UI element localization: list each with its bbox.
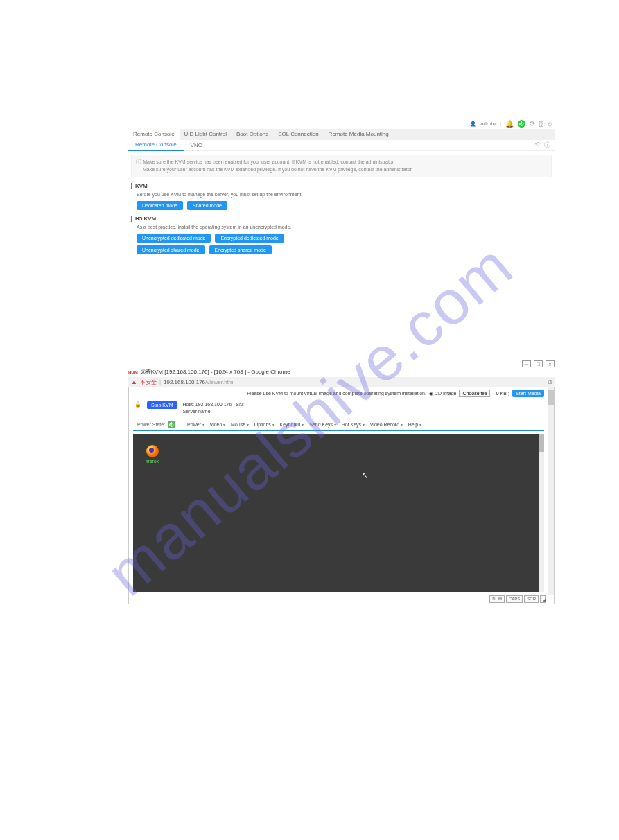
status-scr: SCR bbox=[524, 595, 539, 603]
window-maximize-button[interactable]: ☐ bbox=[534, 360, 543, 367]
status-resize-icon[interactable]: ◢ bbox=[540, 595, 546, 603]
info-icon bbox=[136, 159, 143, 164]
menu-mouse[interactable]: Mouse bbox=[229, 421, 251, 428]
menu-video-record[interactable]: Video Record bbox=[368, 421, 405, 428]
firefox-desktop-icon[interactable]: firefox bbox=[146, 445, 159, 464]
menu-send-keys[interactable]: Send Keys bbox=[307, 421, 338, 428]
window-close-button[interactable]: ✕ bbox=[546, 360, 555, 367]
separator: | bbox=[500, 121, 501, 127]
menu-keyboard[interactable]: Keyboard bbox=[278, 421, 306, 428]
bmc-remote-console-panel: admin | 🔔 ⏻ ⟳ ⍰ ⎋ Remote Console UID Lig… bbox=[128, 118, 555, 257]
info-banner: Make sure the KVM service has been enabl… bbox=[131, 155, 552, 177]
not-secure-label: 不安全 bbox=[140, 378, 157, 386]
notice-bar: Please use KVM to mount virtual image an… bbox=[129, 387, 548, 399]
power-status-icon[interactable]: ⏻ bbox=[518, 120, 525, 128]
host-info: Host: 192.168.100.176 SN: Server name: bbox=[183, 401, 244, 415]
warning-icon: ▲ bbox=[131, 378, 137, 385]
power-state-label: Power State: bbox=[137, 422, 165, 427]
user-label: admin bbox=[480, 121, 496, 127]
lock-icon bbox=[134, 401, 141, 408]
choose-file-button[interactable]: Choose file bbox=[459, 390, 490, 397]
copy-url-icon[interactable]: ⧉ bbox=[548, 378, 552, 386]
help-subtab-icon[interactable]: ⓘ bbox=[544, 141, 550, 150]
unencrypted-shared-mode-button[interactable]: Unencrypted shared mode bbox=[137, 245, 205, 254]
kvm-section-text: Before you use KVM to manage the server,… bbox=[137, 192, 552, 197]
kvm-display-area: firefox ↖ bbox=[133, 434, 544, 592]
window-controls: — ☐ ✕ bbox=[128, 360, 555, 367]
desktop-scrollbar[interactable] bbox=[539, 434, 544, 592]
addr-separator: | bbox=[159, 379, 161, 385]
outer-scroll-thumb[interactable] bbox=[548, 390, 554, 405]
h5kvm-section-title: H5 KVM bbox=[131, 216, 552, 222]
subtab-remote-console[interactable]: Remote Console bbox=[128, 139, 184, 151]
tab-sol-connection[interactable]: SOL Connection bbox=[273, 129, 323, 140]
tab-uid-light-control[interactable]: UID Light Control bbox=[180, 129, 232, 140]
tab-boot-options[interactable]: Boot Options bbox=[232, 129, 273, 140]
shared-mode-button[interactable]: Shared mode bbox=[187, 201, 227, 210]
main-tabs: Remote Console UID Light Control Boot Op… bbox=[128, 129, 555, 140]
menu-options[interactable]: Options bbox=[252, 421, 277, 428]
dedicated-mode-button[interactable]: Dedicated mode bbox=[137, 201, 183, 210]
sub-tabs: Remote Console VNC ⟲ ⓘ bbox=[128, 140, 555, 151]
hdm-badge: HDM bbox=[128, 370, 138, 374]
file-size-label: ( 0 KB ) bbox=[493, 391, 509, 396]
h5kvm-section-text: As a best practice, install the operatin… bbox=[137, 225, 552, 229]
refresh-subtab-icon[interactable]: ⟲ bbox=[534, 141, 540, 150]
banner-line-1: Make sure the KVM service has been enabl… bbox=[143, 159, 394, 164]
notice-text: Please use KVM to mount virtual image an… bbox=[133, 391, 426, 396]
menu-bar: Power State: ⏻ Power Video Mouse Options… bbox=[133, 419, 544, 431]
tab-remote-media-mounting[interactable]: Remote Media Mounting bbox=[324, 129, 394, 140]
host-row: Stop KVM Host: 192.168.100.176 SN: Serve… bbox=[129, 399, 548, 417]
unencrypted-dedicated-mode-button[interactable]: Unencrypted dedicated mode bbox=[137, 234, 211, 243]
cd-image-radio[interactable]: CD Image bbox=[429, 391, 456, 396]
tab-remote-console[interactable]: Remote Console bbox=[128, 129, 180, 140]
banner-line-2: Make sure your user account has the KVM … bbox=[143, 167, 413, 172]
encrypted-dedicated-mode-button[interactable]: Encrypted dedicated mode bbox=[215, 234, 284, 243]
outer-scrollbar[interactable] bbox=[548, 387, 554, 595]
url-text[interactable]: 192.168.100.176/viewer.html bbox=[164, 379, 234, 385]
h5kvm-section: H5 KVM As a best practice, install the o… bbox=[131, 216, 552, 254]
chrome-window-title: HDM 远程KVM [192.168.100.176] - [1024 x 76… bbox=[128, 368, 555, 376]
desktop-scroll-thumb[interactable] bbox=[539, 434, 544, 452]
menu-video[interactable]: Video bbox=[208, 421, 227, 428]
subtab-vnc[interactable]: VNC bbox=[184, 140, 209, 150]
top-bar: admin | 🔔 ⏻ ⟳ ⍰ ⎋ bbox=[128, 118, 555, 129]
help-icon[interactable]: ⍰ bbox=[539, 120, 543, 128]
logout-icon[interactable]: ⎋ bbox=[548, 120, 552, 128]
status-num: NUM bbox=[489, 595, 505, 603]
kvm-section: KVM Before you use KVM to manage the ser… bbox=[131, 183, 552, 210]
cursor-icon: ↖ bbox=[362, 471, 367, 479]
kvm-section-title: KVM bbox=[131, 183, 552, 189]
start-media-button[interactable]: Start Media bbox=[512, 390, 544, 397]
viewer-frame: Please use KVM to mount virtual image an… bbox=[128, 387, 555, 604]
menu-hot-keys[interactable]: Hot Keys bbox=[340, 421, 367, 428]
firefox-icon bbox=[146, 445, 159, 457]
status-bar: NUM CAPS SCR ◢ bbox=[129, 595, 548, 604]
chrome-title-text: 远程KVM [192.168.100.176] - [1024 x 768 ] … bbox=[140, 368, 290, 376]
status-caps: CAPS bbox=[506, 595, 523, 603]
address-bar: ▲ 不安全 | 192.168.100.176/viewer.html ⧉ bbox=[128, 377, 555, 387]
power-on-icon: ⏻ bbox=[168, 421, 175, 428]
window-minimize-button[interactable]: — bbox=[522, 360, 531, 367]
stop-kvm-button[interactable]: Stop KVM bbox=[147, 401, 177, 409]
refresh-icon[interactable]: ⟳ bbox=[530, 120, 535, 128]
remote-desktop[interactable]: firefox ↖ bbox=[133, 434, 539, 592]
bell-icon[interactable]: 🔔 bbox=[505, 120, 514, 128]
firefox-label: firefox bbox=[146, 459, 159, 464]
menu-help[interactable]: Help bbox=[406, 421, 424, 428]
user-icon bbox=[470, 121, 476, 127]
encrypted-shared-mode-button[interactable]: Encrypted shared mode bbox=[209, 245, 272, 254]
kvm-viewer-window: — ☐ ✕ HDM 远程KVM [192.168.100.176] - [102… bbox=[128, 360, 555, 604]
menu-power[interactable]: Power bbox=[185, 421, 207, 428]
